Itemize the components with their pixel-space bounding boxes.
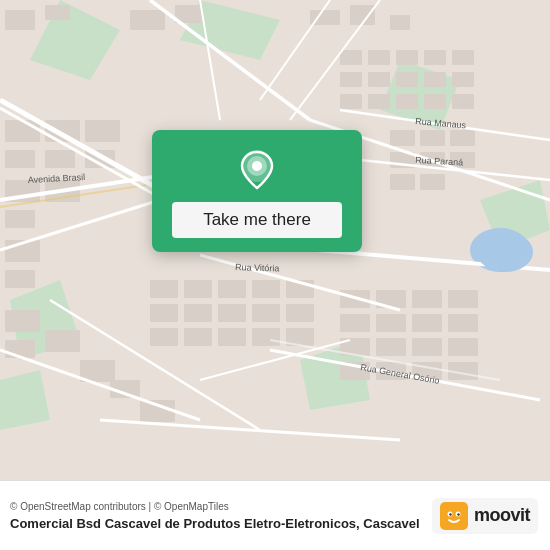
svg-rect-52	[45, 330, 80, 352]
svg-rect-28	[396, 94, 418, 109]
svg-rect-42	[5, 210, 35, 228]
moovit-brand-text: moovit	[474, 505, 530, 526]
svg-point-114	[477, 232, 533, 272]
moovit-icon	[440, 502, 468, 530]
svg-rect-33	[450, 130, 475, 146]
svg-rect-84	[218, 328, 246, 346]
svg-rect-26	[340, 94, 362, 109]
svg-rect-29	[424, 94, 446, 109]
svg-rect-72	[150, 280, 178, 298]
svg-rect-44	[5, 270, 35, 288]
svg-point-117	[252, 161, 262, 171]
svg-rect-77	[218, 304, 246, 322]
svg-rect-24	[424, 72, 446, 87]
svg-rect-38	[420, 174, 445, 190]
svg-rect-83	[184, 328, 212, 346]
svg-rect-17	[368, 50, 390, 65]
svg-rect-16	[340, 50, 362, 65]
svg-rect-51	[5, 340, 35, 358]
bottom-info: © OpenStreetMap contributors | © OpenMap…	[10, 501, 420, 531]
svg-rect-30	[452, 94, 474, 109]
svg-rect-40	[5, 150, 35, 168]
svg-rect-32	[420, 130, 445, 146]
svg-rect-9	[5, 10, 35, 30]
location-pin-icon	[235, 148, 279, 192]
svg-rect-79	[252, 304, 280, 322]
svg-rect-58	[340, 314, 370, 332]
svg-rect-76	[218, 280, 246, 298]
svg-rect-50	[5, 310, 40, 332]
svg-rect-22	[368, 72, 390, 87]
place-name: Comercial Bsd Cascavel de Produtos Eletr…	[10, 516, 420, 531]
svg-rect-48	[85, 120, 120, 142]
svg-rect-15	[390, 15, 410, 30]
svg-rect-27	[368, 94, 390, 109]
svg-point-122	[457, 513, 459, 515]
svg-rect-59	[376, 314, 406, 332]
svg-rect-10	[45, 5, 70, 20]
svg-rect-82	[150, 328, 178, 346]
svg-rect-118	[440, 502, 468, 530]
svg-rect-60	[412, 290, 442, 308]
svg-rect-78	[252, 280, 280, 298]
svg-rect-23	[396, 72, 418, 87]
svg-rect-74	[150, 304, 178, 322]
bottom-bar: © OpenStreetMap contributors | © OpenMap…	[0, 480, 550, 550]
svg-rect-73	[184, 280, 212, 298]
svg-rect-25	[452, 72, 474, 87]
svg-rect-19	[424, 50, 446, 65]
svg-rect-21	[340, 72, 362, 87]
svg-rect-85	[252, 328, 280, 346]
popup-card: Take me there	[152, 130, 362, 252]
svg-rect-63	[448, 314, 478, 332]
map-container: Avenida Brasil Rua Manaus Rua Paraná Rua…	[0, 0, 550, 480]
svg-rect-61	[412, 314, 442, 332]
svg-rect-66	[412, 338, 442, 356]
svg-point-121	[449, 513, 451, 515]
take-me-there-button[interactable]: Take me there	[172, 202, 342, 238]
svg-rect-37	[390, 174, 415, 190]
svg-rect-65	[376, 338, 406, 356]
svg-rect-39	[5, 120, 40, 142]
moovit-logo: moovit	[432, 498, 538, 534]
svg-rect-18	[396, 50, 418, 65]
svg-rect-46	[45, 150, 75, 168]
svg-rect-62	[448, 290, 478, 308]
svg-rect-31	[390, 130, 415, 146]
svg-rect-67	[448, 338, 478, 356]
svg-text:Rua Vitória: Rua Vitória	[235, 262, 280, 274]
svg-rect-20	[452, 50, 474, 65]
svg-rect-81	[286, 304, 314, 322]
map-attribution: © OpenStreetMap contributors | © OpenMap…	[10, 501, 420, 512]
svg-rect-11	[130, 10, 165, 30]
svg-rect-75	[184, 304, 212, 322]
